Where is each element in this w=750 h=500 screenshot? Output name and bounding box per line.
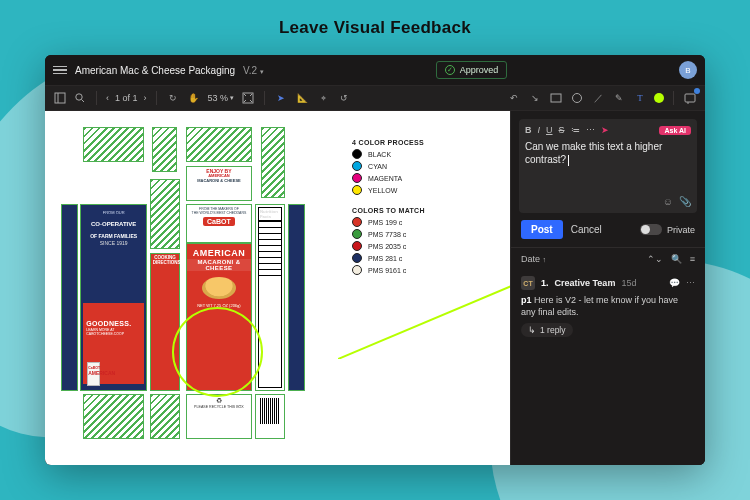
cancel-button[interactable]: Cancel	[571, 224, 602, 235]
swatch-cyan	[352, 161, 362, 171]
check-icon: ✓	[445, 65, 455, 75]
comment-reply-icon[interactable]: 💬	[669, 278, 680, 288]
color-legend: 4 COLOR PROCESS BLACK CYAN MAGENTA YELLO…	[338, 127, 494, 449]
rect-tool-icon[interactable]	[549, 91, 563, 105]
comment-avatar: CT	[521, 276, 535, 290]
format-toolbar: B I U S ≔ ⋯ ➤ Ask AI	[525, 125, 691, 135]
text-tool-icon[interactable]: T	[633, 91, 647, 105]
comment-composer: B I U S ≔ ⋯ ➤ Ask AI Can we make this te…	[519, 119, 697, 213]
mac-bowl-image	[202, 277, 236, 299]
post-button[interactable]: Post	[521, 220, 563, 239]
filter-icon[interactable]: ≡	[690, 254, 695, 264]
top-panel: ENJOY BY AMERICAN MACARONI & CHEESE	[186, 166, 253, 201]
toggle-icon[interactable]	[640, 224, 662, 235]
page-title: Leave Visual Feedback	[279, 18, 471, 38]
approved-label: Approved	[460, 65, 499, 75]
cabot-header: FROM THE MAKERS OF THE WORLD'S BEST CHED…	[186, 204, 253, 243]
process-title: 4 COLOR PROCESS	[352, 139, 490, 146]
comment-body: p1 Here is V2 - let me know if you have …	[521, 294, 695, 318]
italic-icon[interactable]: I	[538, 125, 541, 135]
comment-author: Creative Team	[555, 278, 616, 288]
svg-point-2	[76, 94, 82, 100]
menu-icon[interactable]	[53, 66, 67, 75]
bold-icon[interactable]: B	[525, 125, 532, 135]
svg-line-3	[82, 100, 85, 103]
sidebar-toggle-icon[interactable]	[53, 91, 67, 105]
annotation-color-swatch[interactable]	[654, 93, 664, 103]
ellipse-tool-icon[interactable]	[570, 91, 584, 105]
svg-point-6	[573, 94, 582, 103]
line-tool-icon[interactable]: ／	[591, 91, 605, 105]
ask-ai-button[interactable]: Ask AI	[659, 126, 691, 135]
page-indicator: 1 of 1	[115, 93, 138, 103]
swatch-pms7738	[352, 229, 362, 239]
fit-icon[interactable]	[241, 91, 255, 105]
swatch-pms9161	[352, 265, 362, 275]
reply-count-button[interactable]: ↳ 1 reply	[521, 323, 573, 337]
attachment-icon[interactable]: 📎	[679, 196, 691, 207]
undo-icon[interactable]: ↶	[507, 91, 521, 105]
package-artwork: ENJOY BY AMERICAN MACARONI & CHEESE FROM…	[61, 127, 338, 449]
swatch-pms281	[352, 253, 362, 263]
pen-tool-icon[interactable]: ✎	[612, 91, 626, 105]
document-title: American Mac & Cheese Packaging	[75, 65, 235, 76]
version-selector[interactable]: V.2 ▾	[243, 65, 264, 76]
collapse-icon[interactable]: ⌃⌄	[647, 254, 663, 264]
swatch-black	[352, 149, 362, 159]
list-icon[interactable]: ≔	[571, 125, 580, 135]
svg-rect-5	[551, 94, 561, 102]
svg-rect-7	[685, 94, 695, 102]
next-page-icon[interactable]: ›	[144, 93, 147, 103]
private-toggle[interactable]: Private	[640, 224, 695, 235]
comment-item[interactable]: CT 1. Creative Team 15d 💬 ⋯ p1 Here is V…	[511, 270, 705, 343]
barcode-panel	[255, 394, 285, 439]
eyedropper-icon[interactable]: ⌖	[316, 91, 330, 105]
comment-sort: Date ↑ ⌃⌄ 🔍 ≡	[511, 248, 705, 270]
comments-panel: B I U S ≔ ⋯ ➤ Ask AI Can we make this te…	[510, 111, 705, 465]
history-icon[interactable]: ↺	[337, 91, 351, 105]
toolbar: ‹ 1 of 1 › ↻ ✋ 53 % ▾ ➤ 📐 ⌖ ↺ ↶ ↘ ／ ✎ T	[45, 85, 705, 111]
side-panel-coop: FROM OUR CO-OPERATIVE OF FARM FAMILIES S…	[80, 204, 147, 391]
emoji-icon[interactable]: ☺	[663, 196, 673, 207]
nutrition-panel: Nutrition Facts	[255, 204, 285, 391]
recycle-panel: ♻PLEASE RECYCLE THIS BOX	[186, 394, 253, 439]
zoom-control[interactable]: 53 % ▾	[208, 93, 235, 103]
ruler-icon[interactable]: 📐	[295, 91, 309, 105]
swatch-yellow	[352, 185, 362, 195]
search-comments-icon[interactable]: 🔍	[671, 254, 682, 264]
notifications-icon[interactable]	[683, 91, 697, 105]
swatch-magenta	[352, 173, 362, 183]
hand-icon[interactable]: ✋	[187, 91, 201, 105]
user-avatar[interactable]: B	[679, 61, 697, 79]
comment-time: 15d	[621, 278, 636, 288]
sort-selector[interactable]: Date ↑	[521, 254, 546, 264]
main: ENJOY BY AMERICAN MACARONI & CHEESE FROM…	[45, 111, 705, 465]
approval-status[interactable]: ✓ Approved	[436, 61, 508, 79]
rotate-icon[interactable]: ↻	[166, 91, 180, 105]
composer-textarea[interactable]: Can we make this text a higher contrast?	[525, 140, 691, 190]
swatch-pms199	[352, 217, 362, 227]
match-title: COLORS TO MATCH	[352, 207, 490, 214]
search-icon[interactable]	[73, 91, 87, 105]
titlebar: American Mac & Cheese Packaging V.2 ▾ ✓ …	[45, 55, 705, 85]
page-nav[interactable]: ‹ 1 of 1 ›	[106, 93, 147, 103]
strike-icon[interactable]: S	[559, 125, 565, 135]
mini-front: CaBOT AMERICAN	[87, 362, 100, 386]
comment-menu-icon[interactable]: ⋯	[686, 278, 695, 288]
canvas[interactable]: ENJOY BY AMERICAN MACARONI & CHEESE FROM…	[45, 111, 510, 465]
send-icon[interactable]: ➤	[601, 125, 609, 135]
app-window: American Mac & Cheese Packaging V.2 ▾ ✓ …	[45, 55, 705, 465]
pointer-icon[interactable]: ➤	[274, 91, 288, 105]
svg-rect-0	[55, 93, 65, 103]
arrow-tool-icon[interactable]: ↘	[528, 91, 542, 105]
comment-number: 1.	[541, 278, 549, 288]
front-panel: AMERICAN MACARONI & CHEESE NET WT 7.25 O…	[186, 243, 253, 391]
barcode-icon	[260, 398, 280, 424]
swatch-pms2035	[352, 241, 362, 251]
more-format-icon[interactable]: ⋯	[586, 125, 595, 135]
underline-icon[interactable]: U	[546, 125, 553, 135]
prev-page-icon[interactable]: ‹	[106, 93, 109, 103]
cooking-panel: COOKINGDIRECTIONS	[150, 253, 180, 391]
